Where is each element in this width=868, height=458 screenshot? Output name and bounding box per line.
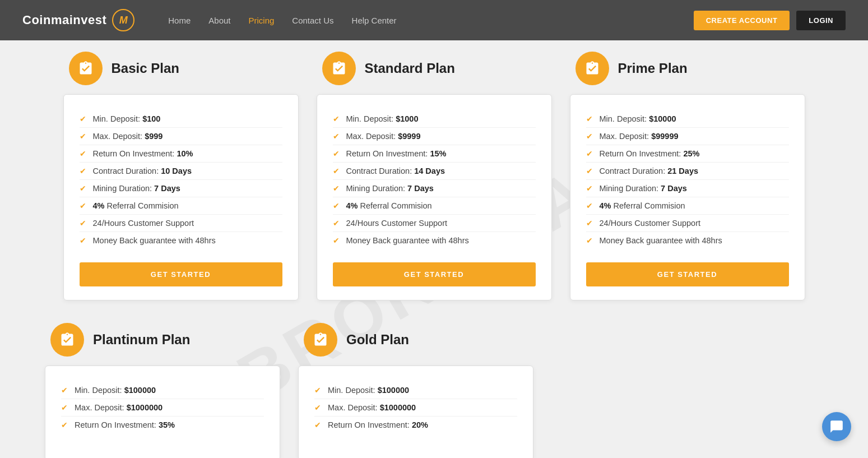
check-icon: ✔	[333, 166, 340, 175]
plan-feature: ✔Return On Investment: 15%	[333, 145, 536, 163]
plan-feature: ✔Max. Deposit: $999	[80, 128, 282, 145]
standard-plan-features: ✔Min. Deposit: $1000 ✔Max. Deposit: $999…	[333, 110, 536, 249]
plan-feature: ✔4% Referral Commision	[333, 197, 536, 215]
plan-feature: ✔Mining Duration: 7 Days	[333, 180, 536, 197]
check-icon: ✔	[61, 386, 68, 395]
check-icon: ✔	[586, 201, 593, 210]
plan-feature: ✔24/Hours Customer Support	[333, 215, 536, 232]
gold-plan-features: ✔Min. Deposit: $100000 ✔Max. Deposit: $1…	[314, 382, 517, 433]
login-button[interactable]: LOGIN	[796, 11, 846, 30]
standard-plan-icon	[322, 52, 356, 85]
check-icon: ✔	[333, 201, 340, 210]
basic-plan-title: Basic Plan	[112, 61, 179, 76]
basic-plan-column: Basic Plan ✔Min. Deposit: $100 ✔Max. Dep…	[63, 52, 299, 300]
check-icon: ✔	[333, 114, 340, 123]
check-icon: ✔	[586, 166, 593, 175]
check-icon: ✔	[333, 219, 340, 228]
plantinum-plan-title: Plantinum Plan	[93, 332, 190, 348]
gold-plan-icon	[304, 323, 337, 357]
plan-feature: ✔Money Back guarantee with 48hrs	[333, 232, 536, 249]
plantinum-plan-features: ✔Min. Deposit: $100000 ✔Max. Deposit: $1…	[61, 382, 264, 433]
check-icon: ✔	[80, 236, 86, 245]
nav-help[interactable]: Help Center	[352, 16, 397, 25]
check-icon: ✔	[61, 403, 68, 412]
plan-feature: ✔Mining Duration: 7 Days	[586, 180, 789, 197]
brand: Coinmainvest M	[22, 9, 134, 31]
check-icon: ✔	[80, 219, 86, 228]
prime-plan-card: ✔Min. Deposit: $10000 ✔Max. Deposit: $99…	[570, 94, 805, 300]
nav-pricing[interactable]: Pricing	[248, 16, 274, 25]
clipboard-gold-icon	[313, 332, 328, 348]
gold-plan-title: Gold Plan	[346, 332, 409, 348]
check-icon: ✔	[314, 403, 321, 412]
check-icon: ✔	[61, 420, 68, 429]
check-icon: ✔	[314, 386, 321, 395]
prime-get-started-button[interactable]: GET STARTED	[586, 262, 789, 286]
prime-plan-header: Prime Plan	[570, 52, 805, 85]
plan-feature: ✔24/Hours Customer Support	[586, 215, 789, 232]
nav-about[interactable]: About	[208, 16, 230, 25]
chat-bubble-button[interactable]	[822, 412, 851, 441]
brand-logo: M	[112, 9, 134, 31]
plantinum-plan-column: Plantinum Plan ✔Min. Deposit: $100000 ✔M…	[45, 323, 280, 458]
check-icon: ✔	[586, 132, 593, 141]
check-icon: ✔	[586, 114, 593, 123]
plan-feature: ✔Return On Investment: 35%	[61, 417, 264, 433]
check-icon: ✔	[586, 184, 593, 193]
prime-plan-icon	[575, 52, 609, 85]
plan-feature: ✔Max. Deposit: $99999	[586, 128, 789, 145]
plan-feature: ✔Max. Deposit: $9999	[333, 128, 536, 145]
plan-feature: ✔Contract Duration: 14 Days	[333, 163, 536, 180]
check-icon: ✔	[333, 132, 340, 141]
brand-name: Coinmainvest	[22, 13, 106, 27]
gold-plan-card: ✔Min. Deposit: $100000 ✔Max. Deposit: $1…	[298, 366, 533, 458]
check-icon: ✔	[314, 420, 321, 429]
standard-plan-title: Standard Plan	[365, 61, 455, 76]
check-icon: ✔	[586, 236, 593, 245]
chat-icon	[829, 419, 844, 434]
plan-feature: ✔4% Referral Commision	[80, 197, 282, 215]
check-icon: ✔	[80, 201, 86, 210]
plan-feature: ✔Return On Investment: 25%	[586, 145, 789, 163]
plan-feature: ✔Contract Duration: 21 Days	[586, 163, 789, 180]
standard-get-started-button[interactable]: GET STARTED	[333, 262, 536, 286]
basic-plan-card: ✔Min. Deposit: $100 ✔Max. Deposit: $999 …	[63, 94, 299, 300]
clipboard-star-icon	[584, 61, 600, 76]
prime-plan-features: ✔Min. Deposit: $10000 ✔Max. Deposit: $99…	[586, 110, 789, 249]
prime-plan-title: Prime Plan	[618, 61, 688, 76]
check-icon: ✔	[80, 149, 86, 158]
prime-plan-column: Prime Plan ✔Min. Deposit: $10000 ✔Max. D…	[570, 52, 805, 300]
plan-feature: ✔Min. Deposit: $10000	[586, 110, 789, 128]
check-icon: ✔	[80, 166, 86, 175]
check-icon: ✔	[586, 149, 593, 158]
plan-feature: ✔4% Referral Commision	[586, 197, 789, 215]
plan-feature: ✔24/Hours Customer Support	[80, 215, 282, 232]
basic-get-started-button[interactable]: GET STARTED	[80, 262, 282, 286]
gold-plan-header: Gold Plan	[298, 323, 533, 357]
create-account-button[interactable]: CREATE ACCOUNT	[694, 11, 790, 30]
nav-contact[interactable]: Contact Us	[292, 16, 333, 25]
nav-home[interactable]: Home	[168, 16, 191, 25]
plan-feature: ✔Min. Deposit: $100000	[314, 382, 517, 399]
plan-feature: ✔Return On Investment: 20%	[314, 417, 517, 433]
plan-feature: ✔Mining Duration: 7 Days	[80, 180, 282, 197]
plan-feature: ✔Min. Deposit: $100	[80, 110, 282, 128]
plans-row-2: Plantinum Plan ✔Min. Deposit: $100000 ✔M…	[45, 323, 823, 458]
check-icon: ✔	[80, 114, 86, 123]
check-icon: ✔	[333, 149, 340, 158]
basic-plan-header: Basic Plan	[63, 52, 299, 85]
plans-row-1: Basic Plan ✔Min. Deposit: $100 ✔Max. Dep…	[45, 52, 823, 300]
check-icon: ✔	[80, 132, 86, 141]
plantinum-plan-icon	[50, 323, 84, 357]
plan-feature: ✔Min. Deposit: $1000	[333, 110, 536, 128]
nav-links: Home About Pricing Contact Us Help Cente…	[168, 16, 693, 25]
plan-feature: ✔Max. Deposit: $1000000	[61, 399, 264, 417]
clipboard-plantinum-icon	[59, 332, 75, 348]
basic-plan-features: ✔Min. Deposit: $100 ✔Max. Deposit: $999 …	[80, 110, 282, 249]
plan-feature: ✔Money Back guarantee with 48hrs	[586, 232, 789, 249]
plan-feature: ✔Return On Investment: 10%	[80, 145, 282, 163]
plantinum-plan-card: ✔Min. Deposit: $100000 ✔Max. Deposit: $1…	[45, 366, 280, 458]
gold-plan-column: Gold Plan ✔Min. Deposit: $100000 ✔Max. D…	[298, 323, 533, 458]
plan-feature: ✔Money Back guarantee with 48hrs	[80, 232, 282, 249]
plan-feature: ✔Contract Duration: 10 Days	[80, 163, 282, 180]
